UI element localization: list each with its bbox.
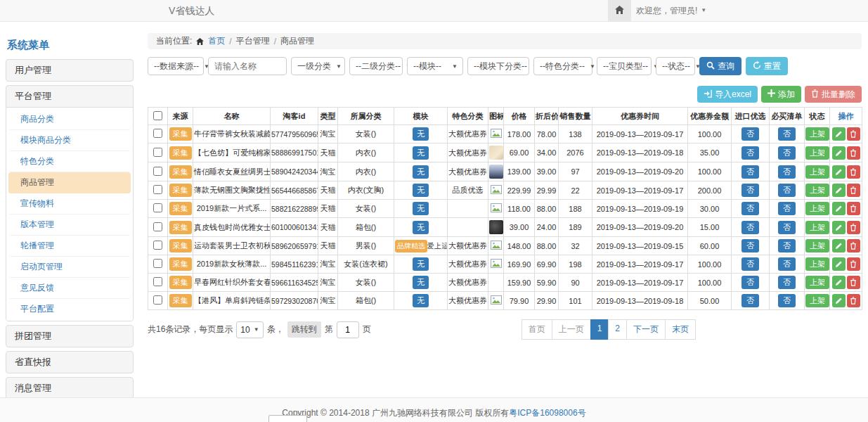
- sidebar-section-toggle-message-mgmt[interactable]: 消息管理: [6, 378, 133, 399]
- delete-button[interactable]: [847, 221, 860, 234]
- import-select-toggle[interactable]: 否: [741, 127, 759, 141]
- import-select-toggle[interactable]: 否: [741, 294, 759, 307]
- edit-button[interactable]: [832, 257, 846, 271]
- row-checkbox[interactable]: [153, 185, 162, 194]
- filter-select-level2-category[interactable]: --二级分类--▼: [349, 57, 403, 75]
- edit-button[interactable]: [832, 239, 846, 252]
- row-checkbox[interactable]: [153, 148, 162, 157]
- jump-to-button[interactable]: 跳转到: [287, 321, 321, 338]
- must-buy-toggle[interactable]: 否: [778, 202, 796, 215]
- filter-select-status[interactable]: --状态--▼: [656, 57, 695, 75]
- must-buy-toggle[interactable]: 否: [778, 184, 796, 197]
- home-button[interactable]: [608, 0, 631, 21]
- must-buy-toggle[interactable]: 否: [778, 239, 796, 252]
- status-toggle[interactable]: 上架: [805, 146, 829, 160]
- import-select-toggle[interactable]: 否: [741, 184, 759, 197]
- status-toggle[interactable]: 上架: [805, 221, 829, 234]
- sidebar-item-feedback[interactable]: 意见反馈: [8, 278, 131, 299]
- sidebar-section-toggle-express-news[interactable]: 省直快报: [6, 352, 133, 373]
- row-checkbox[interactable]: [153, 259, 162, 268]
- status-toggle[interactable]: 上架: [805, 165, 829, 179]
- must-buy-toggle[interactable]: 否: [778, 257, 796, 271]
- row-checkbox[interactable]: [153, 222, 162, 231]
- module-none-toggle[interactable]: 无: [413, 276, 429, 289]
- pager-page-2[interactable]: 2: [608, 319, 627, 340]
- delete-button[interactable]: [847, 127, 860, 141]
- pager-last[interactable]: 末页: [665, 319, 696, 340]
- edit-button[interactable]: [832, 294, 846, 307]
- add-button[interactable]: 添加: [761, 86, 801, 103]
- filter-select-data-source[interactable]: --数据来源--▼: [148, 57, 204, 75]
- reset-button[interactable]: 重置: [746, 57, 788, 75]
- sidebar-item-platform-config[interactable]: 平台配置: [8, 299, 131, 319]
- sidebar-item-version-mgmt[interactable]: 版本管理: [8, 215, 131, 236]
- sidebar-section-toggle-platform-mgmt[interactable]: 平台管理: [6, 86, 133, 107]
- row-checkbox[interactable]: [153, 295, 162, 305]
- select-all-checkbox[interactable]: [153, 111, 162, 120]
- import-select-toggle[interactable]: 否: [741, 221, 759, 234]
- name-search-input[interactable]: [208, 57, 287, 75]
- filter-select-level1-category[interactable]: 一级分类▼: [291, 57, 345, 75]
- status-toggle[interactable]: 上架: [805, 257, 829, 271]
- status-toggle[interactable]: 上架: [805, 294, 829, 307]
- delete-button[interactable]: [847, 165, 860, 179]
- edit-button[interactable]: [832, 221, 846, 234]
- delete-button[interactable]: [847, 276, 860, 289]
- module-none-toggle[interactable]: 无: [413, 146, 429, 160]
- filter-select-feature-category[interactable]: --特色分类--▼: [533, 57, 592, 75]
- module-none-toggle[interactable]: 无: [413, 127, 429, 141]
- user-menu[interactable]: 欢迎您，管理员! ▼: [636, 0, 706, 21]
- import-select-toggle[interactable]: 否: [741, 146, 759, 160]
- import-select-toggle[interactable]: 否: [741, 257, 759, 271]
- must-buy-toggle[interactable]: 否: [778, 294, 796, 307]
- row-checkbox[interactable]: [153, 241, 162, 250]
- icp-link[interactable]: 粤ICP备16098006号: [509, 408, 585, 418]
- import-select-toggle[interactable]: 否: [741, 239, 759, 252]
- edit-button[interactable]: [832, 127, 846, 141]
- status-toggle[interactable]: 上架: [805, 239, 829, 252]
- sidebar-section-toggle-user-mgmt[interactable]: 用户管理: [6, 60, 133, 81]
- module-none-toggle[interactable]: 无: [413, 294, 429, 307]
- filter-select-item-type[interactable]: --宝贝类型--▼: [597, 57, 652, 75]
- edit-button[interactable]: [832, 202, 846, 215]
- status-toggle[interactable]: 上架: [805, 202, 829, 215]
- batch-delete-button[interactable]: 批量删除: [805, 86, 862, 103]
- sidebar-item-module-goods-category[interactable]: 模块商品分类: [8, 130, 131, 151]
- query-button[interactable]: 查询: [699, 57, 741, 75]
- must-buy-toggle[interactable]: 否: [778, 221, 796, 234]
- import-select-toggle[interactable]: 否: [741, 202, 759, 215]
- sidebar-section-toggle-group-buy-mgmt[interactable]: 拼团管理: [6, 326, 133, 347]
- status-toggle[interactable]: 上架: [805, 127, 829, 141]
- must-buy-toggle[interactable]: 否: [778, 127, 796, 141]
- delete-button[interactable]: [847, 184, 860, 197]
- sidebar-item-goods-mgmt[interactable]: 商品管理: [8, 172, 131, 193]
- delete-button[interactable]: [847, 239, 860, 252]
- filter-select-module[interactable]: --模块--▼: [407, 57, 463, 75]
- delete-button[interactable]: [847, 257, 860, 271]
- page-size-select[interactable]: 10 ▼: [236, 321, 263, 338]
- sidebar-item-feature-category[interactable]: 特色分类: [8, 151, 131, 172]
- sidebar-item-promo-material[interactable]: 宣传物料: [8, 193, 131, 215]
- must-buy-toggle[interactable]: 否: [778, 165, 796, 179]
- row-checkbox[interactable]: [153, 277, 162, 286]
- pager-next[interactable]: 下一页: [626, 319, 666, 340]
- import-select-toggle[interactable]: 否: [741, 276, 759, 289]
- module-none-toggle[interactable]: 无: [413, 221, 429, 234]
- edit-button[interactable]: [832, 276, 846, 289]
- status-toggle[interactable]: 上架: [805, 276, 829, 289]
- sidebar-item-goods-category[interactable]: 商品分类: [8, 109, 131, 130]
- module-none-toggle[interactable]: 无: [413, 202, 429, 215]
- module-none-toggle[interactable]: 无: [413, 165, 429, 179]
- pager-page-1[interactable]: 1: [590, 319, 609, 340]
- row-checkbox[interactable]: [153, 129, 162, 138]
- module-none-toggle[interactable]: 无: [413, 184, 429, 197]
- sidebar-item-carousel-mgmt[interactable]: 轮播管理: [8, 236, 131, 257]
- row-checkbox[interactable]: [153, 203, 162, 212]
- must-buy-toggle[interactable]: 否: [778, 276, 796, 289]
- filter-select-module-sub-category[interactable]: --模块下分类--▼: [467, 57, 529, 75]
- delete-button[interactable]: [847, 146, 860, 160]
- import-select-toggle[interactable]: 否: [741, 165, 759, 179]
- jump-page-input[interactable]: [337, 321, 359, 338]
- status-toggle[interactable]: 上架: [805, 184, 829, 197]
- breadcrumb-home-link[interactable]: 首页: [208, 35, 225, 47]
